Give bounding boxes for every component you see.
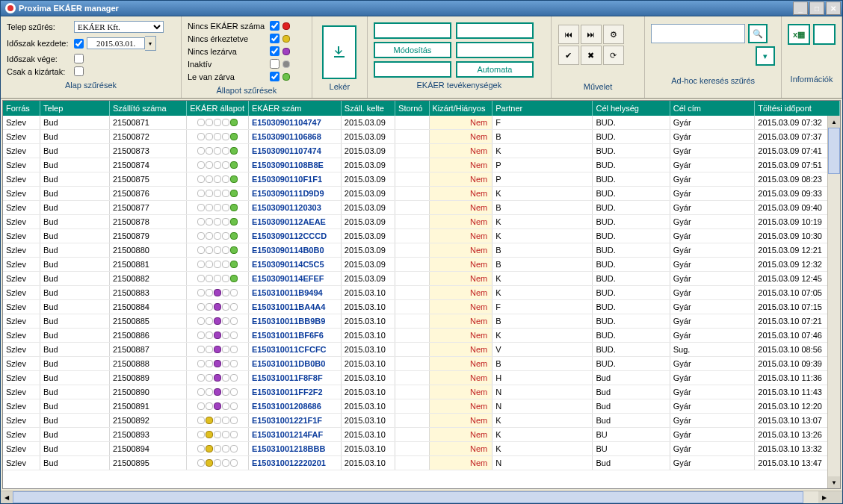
minimize-button[interactable]: _ [793, 1, 808, 15]
status-dot [214, 459, 221, 467]
col-header[interactable]: Forrás [3, 101, 40, 116]
datepicker-button[interactable]: ▾ [145, 36, 156, 51]
chk-nincs-ekaer[interactable] [270, 21, 280, 31]
table-row[interactable]: SzlevBud21500879E1503090112CCCD2015.03.0… [3, 229, 840, 243]
cell: 2015.03.10 [341, 385, 395, 399]
vertical-scrollbar[interactable]: ▲ ▼ [827, 116, 840, 488]
table-row[interactable]: SzlevBud21500888E150310011DB0B02015.03.1… [3, 357, 840, 371]
status-dot [214, 332, 221, 339]
cell: BUD. [593, 258, 670, 272]
status-dot [206, 246, 213, 254]
activity-btn-5[interactable] [374, 61, 451, 78]
table-row[interactable]: SzlevBud21500875E1503090110F1F12015.03.0… [3, 172, 840, 187]
chk-nincs-erk[interactable] [270, 34, 280, 43]
titlebar[interactable]: Proxima EKÁER manager _ □ ✕ [1, 1, 842, 16]
table-row[interactable]: SzlevBud21500874E15030901108B8E2015.03.0… [3, 158, 840, 172]
cell: Szlev [3, 286, 40, 300]
chk-kezdete[interactable] [74, 39, 84, 49]
cell: Bud [40, 385, 110, 399]
table-row[interactable]: SzlevBud21500891E150310012086862015.03.1… [3, 399, 840, 414]
table-row[interactable]: SzlevBud21500890E150310011FF2F22015.03.1… [3, 385, 840, 399]
search-input[interactable] [651, 24, 745, 43]
cell-ekaer: E150310011F8F8F [248, 371, 341, 385]
chk-nincs-lez[interactable] [270, 46, 280, 56]
info-extra-button[interactable] [813, 24, 836, 45]
table-row[interactable]: SzlevBud21500877E150309011203032015.03.0… [3, 201, 840, 215]
scroll-up-arrow[interactable]: ▲ [828, 116, 840, 128]
cell: Szlev [3, 144, 40, 158]
approve-button[interactable]: ✔ [558, 46, 579, 65]
modositas-button[interactable]: Módosítás [374, 42, 451, 58]
chk-vege[interactable] [74, 54, 84, 63]
col-header[interactable]: Telep [40, 101, 110, 116]
search-button[interactable]: 🔍 [748, 24, 768, 43]
status-dot [222, 133, 229, 140]
table-row[interactable]: SzlevBud21500871E150309011047472015.03.0… [3, 116, 840, 130]
cell [395, 314, 429, 329]
table-row[interactable]: SzlevBud21500885E150310011BB9B92015.03.1… [3, 314, 840, 329]
cell: Bud [40, 428, 110, 442]
col-header[interactable]: Szállító száma [110, 101, 187, 116]
table-row[interactable]: SzlevBud21500876E1503090111D9D92015.03.0… [3, 187, 840, 201]
nav-last-button[interactable]: ⏭ [581, 25, 602, 44]
resize-grip[interactable] [830, 491, 842, 503]
col-header[interactable]: Stornó [395, 101, 429, 116]
chk-lezarva[interactable] [270, 72, 280, 81]
table-row[interactable]: SzlevBud21500872E150309011068682015.03.0… [3, 130, 840, 144]
scroll-right-arrow[interactable]: ▶ [818, 491, 830, 503]
scroll-down-arrow[interactable]: ▼ [828, 476, 840, 488]
scroll-left-arrow[interactable]: ◀ [1, 491, 13, 503]
table-row[interactable]: SzlevBud21500881E1503090114C5C52015.03.0… [3, 258, 840, 272]
horizontal-scrollbar[interactable]: ◀ ▶ [1, 491, 842, 503]
col-header[interactable]: Töltési időpont [755, 101, 840, 116]
col-header[interactable]: EKÁER szám [248, 101, 341, 116]
table-row[interactable]: SzlevBud21500886E150310011BF6F62015.03.1… [3, 329, 840, 343]
scroll-thumb-h[interactable] [13, 491, 803, 503]
close-button[interactable]: ✕ [826, 1, 841, 15]
cell: 21500875 [110, 172, 187, 187]
col-header[interactable]: Partner [492, 101, 593, 116]
scroll-thumb-v[interactable] [828, 128, 840, 174]
automata-button[interactable]: Automata [456, 61, 534, 78]
nav-first-button[interactable]: ⏮ [558, 25, 579, 44]
table-row[interactable]: SzlevBud21500884E150310011BA4A42015.03.1… [3, 300, 840, 314]
col-header[interactable]: EKÁER állapot [187, 101, 249, 116]
reject-button[interactable]: ✖ [581, 46, 602, 65]
maximize-button[interactable]: □ [809, 1, 824, 15]
status-dot [206, 161, 213, 169]
data-grid[interactable]: ForrásTelepSzállító számaEKÁER állapotEK… [3, 101, 840, 488]
col-header[interactable]: Cél cím [670, 101, 755, 116]
col-header[interactable]: Cél helység [593, 101, 670, 116]
table-row[interactable]: SzlevBud21500882E1503090114EFEF2015.03.0… [3, 272, 840, 286]
select-telep[interactable]: EKÁER Kft. [74, 21, 164, 33]
export-excel-button[interactable]: x▦ [788, 24, 810, 45]
chk-kizartak[interactable] [74, 66, 84, 76]
table-row[interactable]: SzlevBud21500878E1503090112AEAE2015.03.0… [3, 215, 840, 229]
activity-btn-1[interactable] [374, 22, 451, 39]
leker-button[interactable] [322, 25, 356, 79]
col-header[interactable]: Kizárt/Hiányos [429, 101, 492, 116]
table-row[interactable]: SzlevBud21500889E150310011F8F8F2015.03.1… [3, 371, 840, 385]
input-kezdete[interactable] [87, 37, 145, 49]
settings-button[interactable]: ⚙ [603, 25, 624, 44]
col-header[interactable]: Száll. kelte [341, 101, 395, 116]
cell: P [492, 172, 593, 187]
table-row[interactable]: SzlevBud21500873E150309011074742015.03.0… [3, 144, 840, 158]
table-row[interactable]: SzlevBud21500893E15031001214FAF2015.03.1… [3, 428, 840, 442]
table-row[interactable]: SzlevBud21500883E150310011B94942015.03.1… [3, 286, 840, 300]
cell: Nem [429, 172, 492, 187]
table-row[interactable]: SzlevBud21500892E15031001221F1F2015.03.1… [3, 414, 840, 428]
refresh-button[interactable]: ⟳ [603, 46, 624, 65]
cell: 2015.03.09 [341, 201, 395, 215]
table-row[interactable]: SzlevBud21500894E15031001218BBB2015.03.1… [3, 442, 840, 456]
activity-btn-4[interactable] [456, 42, 534, 58]
filter-button[interactable]: ▾ [756, 46, 775, 66]
table-row[interactable]: SzlevBud21500887E150310011CFCFC2015.03.1… [3, 343, 840, 357]
table-row[interactable]: SzlevBud21500895E1503100122202012015.03.… [3, 456, 840, 470]
cell: N [492, 456, 593, 470]
status-dot [206, 417, 213, 424]
chk-inaktiv[interactable] [270, 59, 280, 69]
table-row[interactable]: SzlevBud21500880E1503090114B0B02015.03.0… [3, 243, 840, 258]
status-dot [197, 445, 205, 452]
activity-btn-2[interactable] [456, 22, 534, 39]
